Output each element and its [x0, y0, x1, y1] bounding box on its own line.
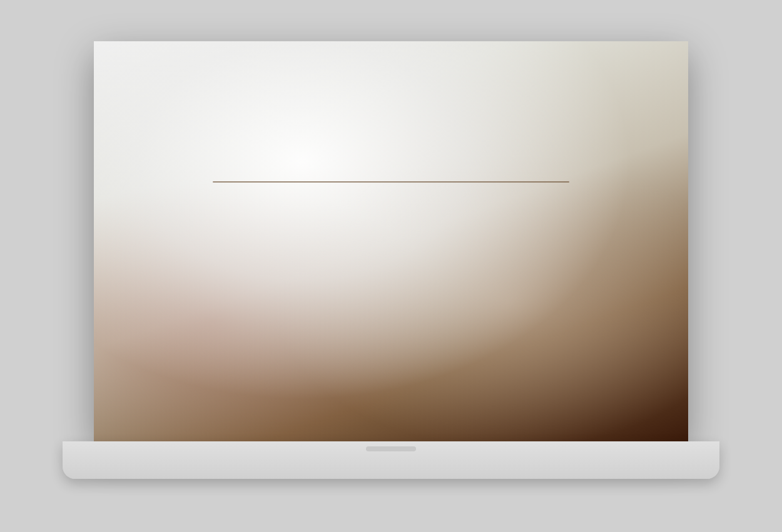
tooth-surface-2 [407, 181, 557, 293]
laptop-wrapper: ← → ↻ [63, 41, 719, 491]
images-section: Images [246, 161, 661, 293]
main-content: Jules Clark DOB: 07/20/2001 EMAIL: [228, 71, 679, 441]
laptop-screen: ← → ↻ [103, 50, 679, 441]
tooth-fissure [407, 181, 557, 183]
images-grid [246, 181, 661, 293]
laptop-body: ← → ↻ [94, 41, 688, 441]
tooth-image-2[interactable] [407, 181, 557, 293]
trackpad[interactable] [366, 446, 416, 451]
laptop-base [63, 441, 719, 479]
app-content: Kynan Frost ⊞ ⊙ ⊡ [103, 71, 679, 441]
